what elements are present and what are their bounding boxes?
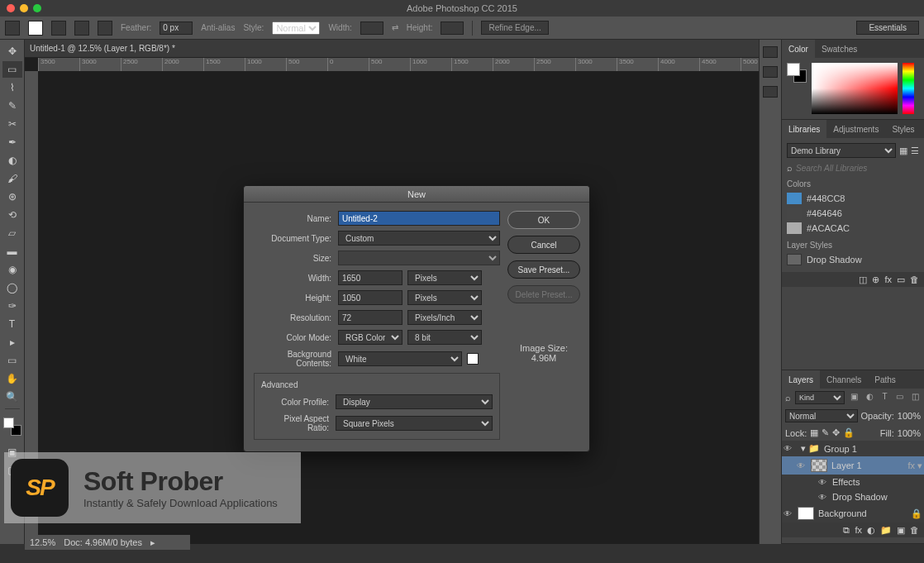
eraser-tool[interactable]: ▱ — [2, 225, 22, 241]
dock-icon-1[interactable] — [763, 46, 778, 58]
width-unit-select[interactable]: Pixels — [407, 270, 482, 285]
lib-icon-3[interactable]: ▭ — [897, 274, 905, 285]
height-unit-select[interactable]: Pixels — [407, 290, 482, 305]
color-spectrum[interactable] — [812, 63, 898, 114]
tab-swatches[interactable]: Swatches — [815, 40, 864, 58]
layer-fx-icon[interactable]: fx — [855, 525, 862, 535]
tab-layers[interactable]: Layers — [782, 370, 820, 389]
hue-strip[interactable] — [903, 63, 914, 114]
delete-layer-icon[interactable]: 🗑 — [910, 525, 919, 535]
bg-color-swatch[interactable] — [467, 353, 479, 365]
link-layers-icon[interactable]: ⧉ — [843, 525, 850, 536]
filter-kind-select[interactable]: Kind — [795, 391, 845, 404]
add-selection-icon[interactable] — [51, 21, 66, 36]
grid-view-icon[interactable]: ▦ — [899, 146, 907, 156]
zoom-level[interactable]: 12.5% — [30, 537, 55, 547]
move-tool[interactable]: ✥ — [2, 43, 22, 60]
colormode-select[interactable]: RGB Color — [338, 330, 402, 345]
hand-tool[interactable]: ✋ — [2, 370, 22, 387]
new-selection-icon[interactable] — [28, 21, 43, 36]
path-select-tool[interactable]: ▸ — [2, 334, 22, 351]
refine-edge-button[interactable]: Refine Edge... — [481, 21, 548, 35]
lib-fx-icon[interactable]: fx — [884, 274, 892, 284]
color-swatch[interactable] — [787, 63, 807, 83]
library-select[interactable]: Demo Library — [787, 143, 896, 158]
close-window-button[interactable] — [7, 4, 15, 12]
visibility-icon[interactable]: 👁 — [783, 444, 793, 453]
history-brush-tool[interactable]: ⟲ — [2, 207, 22, 223]
dock-icon-3[interactable] — [763, 86, 778, 98]
colordepth-select[interactable]: 8 bit — [407, 330, 482, 345]
lock-pixels-icon[interactable]: ✎ — [822, 427, 829, 438]
height-input[interactable] — [338, 290, 402, 305]
subtract-selection-icon[interactable] — [74, 21, 89, 36]
layer-mask-icon[interactable]: ◐ — [867, 525, 875, 536]
lasso-tool[interactable]: ⌇ — [2, 79, 22, 96]
bgcontents-select[interactable]: White — [338, 351, 462, 366]
tool-preset-icon[interactable] — [5, 21, 20, 36]
feather-input[interactable] — [160, 21, 193, 35]
doctype-select[interactable]: Custom — [338, 231, 500, 246]
marquee-tool[interactable]: ▭ — [2, 61, 22, 78]
quick-select-tool[interactable]: ✎ — [2, 98, 22, 114]
filter-image-icon[interactable]: ▣ — [849, 392, 860, 403]
library-color-item[interactable]: #ACACAC — [787, 221, 919, 236]
layer-effect-row[interactable]: 👁 Effects — [782, 475, 924, 489]
colorprofile-select[interactable]: Display — [336, 394, 493, 409]
gradient-tool[interactable]: ▬ — [2, 243, 22, 260]
width-input[interactable] — [360, 21, 383, 35]
zoom-tool[interactable]: 🔍 — [2, 389, 22, 405]
shape-tool[interactable]: ▭ — [2, 352, 22, 369]
list-view-icon[interactable]: ☰ — [911, 146, 919, 156]
dodge-tool[interactable]: ◯ — [2, 279, 22, 296]
zoom-window-button[interactable] — [33, 4, 41, 12]
library-color-item[interactable]: #464646 — [787, 206, 919, 221]
status-arrow-icon[interactable]: ▸ — [150, 537, 155, 548]
brush-tool[interactable]: 🖌 — [2, 170, 22, 187]
style-select[interactable]: Normal — [272, 21, 320, 35]
blur-tool[interactable]: ◉ — [2, 261, 22, 278]
lock-all-icon[interactable]: 🔒 — [843, 427, 855, 438]
visibility-icon[interactable]: 👁 — [818, 478, 828, 487]
visibility-icon[interactable]: 👁 — [797, 461, 807, 470]
pen-tool[interactable]: ✑ — [2, 298, 22, 314]
layer-row[interactable]: 👁 ▾ 📁 Group 1 — [782, 441, 924, 456]
filter-shape-icon[interactable]: ▭ — [894, 392, 905, 403]
height-input[interactable] — [441, 21, 464, 35]
lib-icon-1[interactable]: ◫ — [859, 274, 867, 285]
ok-button[interactable]: OK — [507, 211, 580, 229]
visibility-icon[interactable]: 👁 — [783, 509, 793, 518]
par-select[interactable]: Square Pixels — [336, 416, 493, 431]
stamp-tool[interactable]: ⊛ — [2, 188, 22, 205]
tab-paths[interactable]: Paths — [868, 370, 903, 389]
visibility-icon[interactable]: 👁 — [818, 493, 828, 502]
layer-effect-row[interactable]: 👁 Drop Shadow — [782, 489, 924, 504]
width-input[interactable] — [338, 270, 402, 285]
blend-mode-select[interactable]: Normal — [785, 409, 858, 422]
dock-icon-2[interactable] — [763, 66, 778, 78]
layer-row[interactable]: 👁 Background 🔒 — [782, 504, 924, 522]
save-preset-button[interactable]: Save Preset... — [507, 260, 580, 279]
doc-size[interactable]: Doc: 4.96M/0 bytes — [64, 537, 142, 547]
lib-trash-icon[interactable]: 🗑 — [910, 274, 919, 284]
healing-tool[interactable]: ◐ — [2, 152, 22, 169]
lib-icon-2[interactable]: ⊕ — [872, 274, 879, 285]
filter-adjust-icon[interactable]: ◐ — [864, 392, 874, 403]
tab-styles[interactable]: Styles — [885, 120, 921, 138]
fill-value[interactable]: 100% — [898, 428, 921, 438]
minimize-window-button[interactable] — [20, 4, 28, 12]
resolution-input[interactable] — [338, 310, 402, 325]
lock-pos-icon[interactable]: ✥ — [832, 427, 840, 438]
layer-row[interactable]: 👁 Layer 1 fx ▾ — [782, 456, 924, 475]
intersect-selection-icon[interactable] — [98, 21, 112, 36]
library-search-input[interactable] — [796, 164, 919, 173]
tab-color[interactable]: Color — [782, 40, 815, 58]
resolution-unit-select[interactable]: Pixels/Inch — [407, 310, 482, 325]
lock-trans-icon[interactable]: ▦ — [810, 427, 818, 438]
crop-tool[interactable]: ✂ — [2, 116, 22, 132]
tab-libraries[interactable]: Libraries — [782, 120, 826, 138]
layer-fx-badge[interactable]: fx ▾ — [907, 460, 922, 471]
document-tab[interactable]: Untitled-1 @ 12.5% (Layer 1, RGB/8*) * — [30, 44, 175, 53]
eyedropper-tool[interactable]: ✒ — [2, 134, 22, 150]
filter-smart-icon[interactable]: ◫ — [910, 392, 921, 403]
